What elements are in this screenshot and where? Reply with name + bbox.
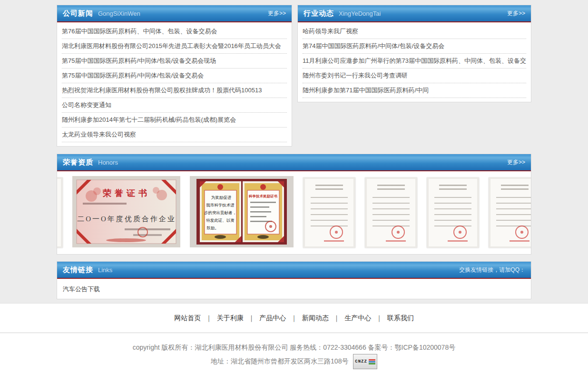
news-link[interactable]: 随州利康参加第71届中国国际医药原料药/中间: [303, 83, 526, 98]
news-list-item: 哈药领导来我厂视察: [303, 24, 526, 39]
footer-nav: 网站首页 ｜ 关于利康 ｜ 产品中心 ｜ 新闻动态 ｜: [174, 314, 414, 323]
certificate-photo-doc-1[interactable]: [303, 177, 355, 248]
honors-panel: 荣誉资质 Honors 更多>>: [57, 154, 531, 255]
news-link[interactable]: 热烈祝贺湖北利康医用材料股份有限公司股权挂牌成功！股票代码100513: [62, 83, 287, 98]
award-line-1: 为奖励促进: [211, 195, 232, 200]
news-list-item: 公司名称变更通知: [62, 98, 287, 113]
company-news-title: 公司新闻: [63, 9, 93, 18]
links-exchange-promo: 交换友情链接，请加QQ：: [459, 266, 525, 274]
links-body: 汽车公告下载: [57, 279, 531, 299]
news-list-item: 热烈祝贺湖北利康医用材料股份有限公司股权挂牌成功！股票代码100513: [62, 83, 287, 98]
industry-news-list: 哈药领导来我厂视察 第74届中国国际医药原料药/中间体/包装/设备交易会 11月…: [298, 22, 531, 102]
award-line-3: 步的突出贡献者，: [204, 210, 236, 215]
footer-nav-link[interactable]: 关于利康: [217, 314, 244, 322]
certificate-photo-doc-2[interactable]: [365, 177, 417, 248]
news-row: 公司新闻 GongSiXinWen 更多>> 第76届中国国际医药原料药、中间体…: [57, 5, 531, 147]
honors-carousel: 荣誉证书 二O一O年度优质合作企业: [57, 171, 531, 254]
links-title: 友情链接: [63, 265, 93, 275]
news-link[interactable]: 公司名称变更通知: [62, 98, 287, 112]
news-link[interactable]: 哈药领导来我厂视察: [303, 24, 526, 39]
document-certificate-image: [490, 179, 531, 246]
news-link[interactable]: 第75届中国国际医药原料药/中间体/包装/设备交易会现场: [62, 54, 287, 68]
address-line: 地址：湖北省随州市曾都开发区两水三路108号: [211, 357, 348, 365]
award-line-2: 我市科学技术进: [206, 203, 235, 207]
news-link[interactable]: 第75届中国国际医药原料药/中间体/包装/设备交易会: [62, 69, 287, 83]
main-container: 公司新闻 GongSiXinWen 更多>> 第76届中国国际医药原料药、中间体…: [57, 0, 531, 299]
certificate-photo-award[interactable]: 为奖励促进 我市科学技术进 步的突出贡献者， 特发此证、以资 鼓励。 科学技术奖…: [190, 176, 294, 249]
industry-news-header: 行业动态 XingYeDongTai 更多>>: [298, 5, 531, 22]
company-news-list: 第76届中国国际医药原料药、中间体、包装、设备交易会 湖北利康医用材料股份有限公…: [57, 22, 292, 146]
footer-nav-link[interactable]: 生产中心: [344, 314, 371, 322]
industry-news-title: 行业动态: [304, 9, 334, 18]
nav-separator: ｜: [206, 314, 212, 322]
award-cert-title: 科学技术奖励证书: [248, 194, 278, 198]
document-certificate-image: [57, 179, 61, 246]
award-line-4: 特发此证、以资: [206, 218, 235, 223]
footer-nav-item: 联系我们 ｜: [387, 314, 414, 322]
news-list-item: 第76届中国国际医药原料药、中间体、包装、设备交易会: [62, 24, 287, 39]
industry-news-subtitle: XingYeDongTai: [339, 10, 381, 17]
nav-separator: ｜: [376, 314, 382, 322]
nav-separator: ｜: [248, 314, 255, 322]
news-list-item: 太龙药业领导来我公司视察: [62, 128, 287, 142]
copyright-line: copyright 版权所有：湖北利康医用材料股份有限公司 服务热线：0722-…: [0, 341, 588, 354]
footer-nav-link[interactable]: 产品中心: [259, 314, 286, 322]
news-list-item: 随州市委刘书记一行来我公司考查调研: [303, 69, 526, 83]
news-list-item: 随州利康参加2014年第七十二届制药机械/药品包装(成都)展览会: [62, 113, 287, 128]
news-list-item: 随州利康参加第71届中国国际医药原料药/中间: [303, 83, 526, 98]
footer-nav-link[interactable]: 联系我们: [387, 314, 414, 322]
footer-nav-item: 网站首页 ｜: [174, 314, 217, 322]
news-list-item: 第74届中国国际医药原料药/中间体/包装/设备交易会: [303, 39, 526, 54]
industry-news-more-link[interactable]: 更多>>: [507, 10, 525, 18]
document-certificate-image: [429, 179, 477, 246]
news-list-item: 第75届中国国际医药原料药/中间体/包装/设备交易会: [62, 69, 287, 83]
award-certificate-image: 为奖励促进 我市科学技术进 步的突出贡献者， 特发此证、以资 鼓励。 科学技术奖…: [190, 176, 294, 247]
document-certificate-image: [367, 179, 415, 246]
certificate-photo-honor[interactable]: 荣誉证书 二O一O年度优质合作企业: [72, 176, 180, 249]
footer-nav-band: 网站首页 ｜ 关于利康 ｜ 产品中心 ｜ 新闻动态 ｜: [0, 304, 588, 333]
news-link[interactable]: 随州利康参加2014年第七十二届制药机械/药品包装(成都)展览会: [62, 113, 287, 127]
nav-separator: ｜: [333, 314, 340, 322]
links-subtitle: Links: [98, 266, 112, 274]
footer: 网站首页 ｜ 关于利康 ｜ 产品中心 ｜ 新闻动态 ｜: [0, 303, 588, 373]
nav-separator: ｜: [291, 314, 297, 322]
honor-cert-title: 荣誉证书: [102, 188, 150, 198]
document-certificate-image: [305, 179, 353, 246]
honors-subtitle: Honors: [98, 159, 118, 166]
links-header: 友情链接 Links 交换友情链接，请加QQ：: [57, 262, 531, 279]
copyright-block: copyright 版权所有：湖北利康医用材料股份有限公司 服务热线：0722-…: [0, 333, 588, 373]
news-link[interactable]: 11月利康公司应邀参加广州举行的第73届中国国际原料药、中间体、包装、设备交易会: [303, 54, 526, 68]
news-link[interactable]: 湖北利康医用材料股份有限公司2015年先进员工表彰大会暨2016年员工动员大会: [62, 39, 287, 53]
certificate-photo-doc-3[interactable]: [427, 177, 479, 248]
address-line-wrap: 地址：湖北省随州市曾都开发区两水三路108号 CNZZ: [0, 354, 588, 369]
links-panel: 友情链接 Links 交换友情链接，请加QQ： 汽车公告下载: [57, 261, 531, 299]
company-news-more-link[interactable]: 更多>>: [268, 10, 286, 18]
cnzz-stats-badge[interactable]: CNZZ: [353, 354, 377, 369]
news-list-item: 第75届中国国际医药原料药/中间体/包装/设备交易会现场: [62, 54, 287, 69]
footer-nav-item: 产品中心 ｜: [259, 314, 302, 322]
award-line-5: 鼓励。: [206, 226, 219, 230]
honors-more-link[interactable]: 更多>>: [507, 158, 525, 167]
certificate-photo-doc-4-clipped-right[interactable]: [489, 177, 531, 248]
cnzz-bars-icon: [369, 359, 375, 364]
news-link[interactable]: 随州市委刘书记一行来我公司考查调研: [303, 69, 526, 83]
news-list-item: 11月利康公司应邀参加广州举行的第73届中国国际原料药、中间体、包装、设备交易会: [303, 54, 526, 69]
honor-cert-body: 二O一O年度优质合作企业: [77, 215, 176, 223]
news-link[interactable]: 第76届中国国际医药原料药、中间体、包装、设备交易会: [62, 24, 287, 39]
footer-nav-item: 关于利康 ｜: [217, 314, 260, 322]
footer-nav-link[interactable]: 网站首页: [174, 314, 201, 322]
friend-link[interactable]: 汽车公告下载: [63, 285, 100, 293]
news-list-item: 湖北利康医用材料股份有限公司2015年先进员工表彰大会暨2016年员工动员大会: [62, 39, 287, 54]
certificate-photo-clipped-left[interactable]: [57, 177, 63, 248]
footer-nav-link[interactable]: 新闻动态: [302, 314, 329, 322]
news-link[interactable]: 太龙药业领导来我公司视察: [62, 128, 287, 142]
footer-nav-item: 生产中心 ｜: [344, 314, 387, 322]
news-link[interactable]: 第74届中国国际医药原料药/中间体/包装/设备交易会: [303, 39, 526, 53]
honors-header: 荣誉资质 Honors 更多>>: [57, 154, 531, 171]
honors-title: 荣誉资质: [63, 158, 93, 167]
footer-nav-item: 新闻动态 ｜: [302, 314, 345, 322]
company-news-panel: 公司新闻 GongSiXinWen 更多>> 第76届中国国际医药原料药、中间体…: [57, 5, 292, 147]
company-news-header: 公司新闻 GongSiXinWen 更多>>: [57, 5, 292, 22]
company-news-subtitle: GongSiXinWen: [98, 10, 140, 17]
honor-certificate-image: 荣誉证书 二O一O年度优质合作企业: [72, 176, 180, 247]
